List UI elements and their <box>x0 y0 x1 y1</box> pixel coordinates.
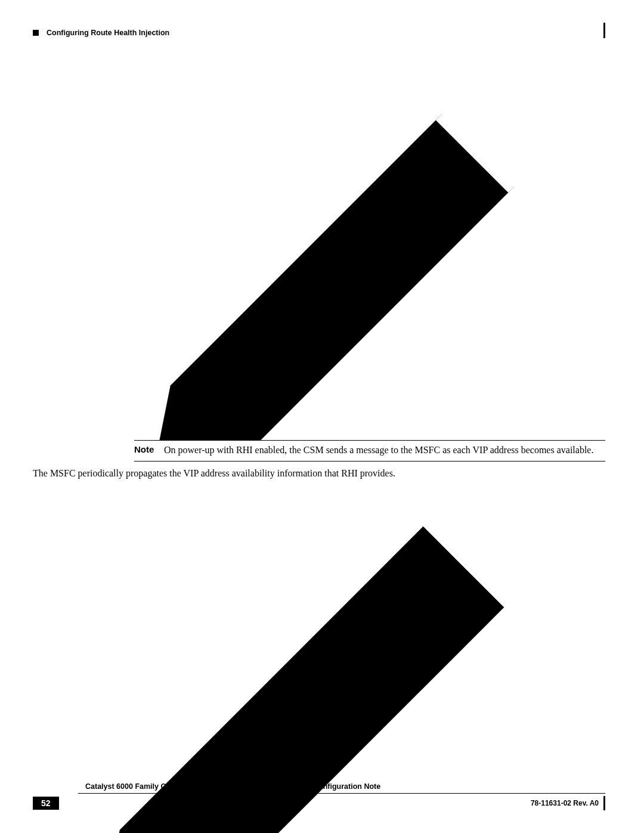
footer-doc-title: Catalyst 6000 Family Content Switching M… <box>85 782 380 791</box>
note-label: Note <box>134 444 164 457</box>
crop-mark <box>603 796 605 810</box>
note-block: Note On power-up with RHI enabled, the C… <box>134 78 605 462</box>
crop-mark <box>33 30 39 36</box>
note-text: On power-up with RHI enabled, the CSM se… <box>164 444 605 457</box>
crop-mark <box>603 23 605 38</box>
footer-revision: 78-11631-02 Rev. A0 <box>531 799 599 807</box>
note-block: Note RHI is normally restricted to intra… <box>79 486 605 833</box>
running-header: Configuring Route Health Injection <box>47 29 169 37</box>
page-number: 52 <box>33 797 59 810</box>
pencil-icon <box>79 486 605 833</box>
body-paragraph: The MSFC periodically propagates the VIP… <box>33 467 605 480</box>
page-footer: Catalyst 6000 Family Content Switching M… <box>33 793 605 810</box>
pencil-icon <box>134 78 605 440</box>
